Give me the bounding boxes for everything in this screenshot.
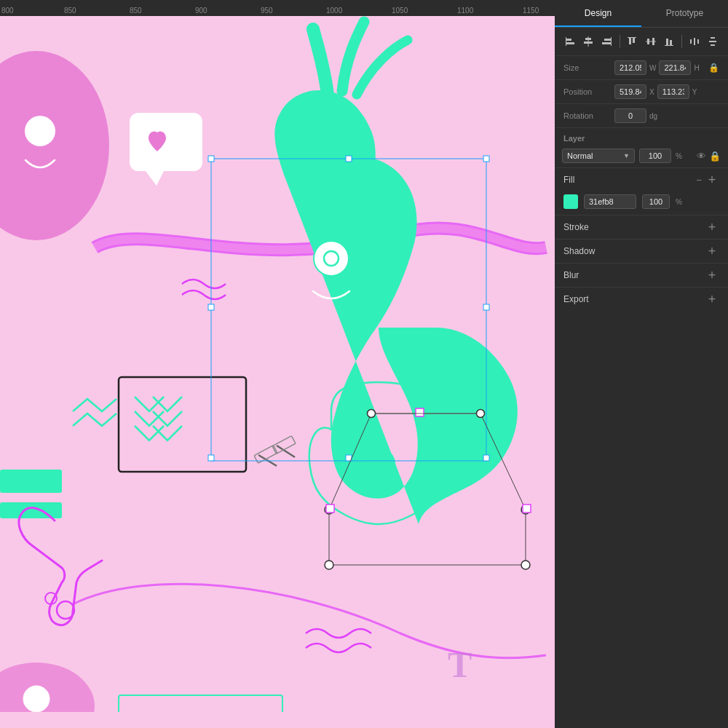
fill-row: % [563, 194, 719, 209]
align-divider [620, 35, 620, 48]
svg-rect-62 [666, 39, 668, 45]
shadow-add-button[interactable]: + [705, 244, 719, 258]
x-label: X [649, 88, 654, 96]
blur-section-header: Blur + [555, 263, 728, 287]
svg-point-0 [0, 51, 109, 240]
svg-rect-70 [711, 44, 715, 46]
ruler-tick: 850 [64, 7, 76, 15]
ruler-tick: 1050 [392, 7, 408, 15]
opacity-input[interactable] [639, 149, 671, 163]
ruler-tick: 1000 [326, 7, 342, 15]
fill-add-button[interactable]: + [705, 173, 719, 187]
svg-rect-48 [566, 42, 574, 44]
align-bottom-button[interactable] [661, 33, 677, 50]
align-divider-2 [681, 35, 682, 48]
tab-prototype[interactable]: Prototype [641, 0, 728, 27]
blur-label: Blur [563, 270, 705, 280]
svg-rect-47 [566, 39, 571, 41]
svg-point-13 [57, 601, 74, 619]
rotation-input-group: dg [614, 108, 719, 123]
align-center-v-button[interactable] [643, 33, 659, 50]
ruler-tick: 950 [261, 7, 273, 15]
blend-mode-select[interactable]: Normal ▼ [562, 149, 635, 163]
svg-rect-18 [119, 695, 282, 712]
y-input[interactable] [657, 84, 689, 99]
ruler-tick: 1100 [457, 7, 473, 15]
shadow-section-header: Shadow + [555, 239, 728, 263]
align-row [555, 28, 728, 56]
svg-rect-29 [483, 304, 489, 310]
svg-line-8 [277, 446, 295, 457]
lock-icon[interactable]: 🔒 [708, 63, 719, 73]
distribute-h-button[interactable] [687, 33, 703, 50]
svg-rect-55 [611, 37, 612, 46]
svg-marker-3 [146, 171, 164, 186]
svg-rect-68 [711, 37, 715, 39]
ruler-tick: 1150 [523, 7, 539, 15]
svg-rect-66 [694, 38, 695, 45]
svg-rect-63 [670, 40, 672, 45]
align-left-button[interactable] [562, 33, 578, 50]
rotation-input[interactable] [614, 108, 646, 123]
svg-point-1 [25, 116, 55, 146]
svg-rect-6 [119, 377, 246, 472]
stroke-add-button[interactable]: + [705, 220, 719, 234]
shadow-label: Shadow [563, 246, 705, 256]
fill-section: % [555, 191, 728, 215]
illustration-svg: T [0, 0, 555, 712]
svg-rect-64 [665, 45, 673, 46]
svg-point-46 [477, 410, 485, 418]
opacity-unit: % [676, 152, 682, 160]
height-input[interactable] [659, 60, 691, 75]
svg-rect-49 [566, 37, 566, 46]
ruler-tick: 900 [195, 7, 207, 15]
width-input[interactable] [614, 60, 646, 75]
align-right-button[interactable] [599, 33, 615, 50]
svg-rect-53 [604, 39, 611, 41]
rotation-label: Rotation [563, 111, 610, 120]
svg-rect-2 [130, 113, 202, 171]
align-center-h-button[interactable] [581, 33, 597, 50]
lock-layer-icon[interactable]: 🔒 [709, 151, 721, 162]
svg-rect-23 [483, 156, 489, 162]
svg-point-20 [23, 686, 50, 712]
tab-design[interactable]: Design [555, 0, 641, 27]
blur-add-button[interactable]: + [705, 268, 719, 282]
svg-rect-54 [602, 42, 611, 44]
svg-rect-56 [629, 38, 631, 44]
position-input-group: X Y [614, 84, 719, 99]
layer-icons: 👁 🔒 [697, 151, 721, 162]
svg-point-4 [314, 241, 349, 276]
svg-point-37 [325, 561, 333, 569]
export-add-button[interactable]: + [705, 292, 719, 306]
fill-opacity-input[interactable] [642, 194, 670, 209]
svg-rect-26 [346, 156, 352, 162]
rotation-unit: dg [649, 112, 657, 120]
x-input[interactable] [614, 84, 646, 99]
blend-mode-arrow: ▼ [623, 152, 630, 159]
height-label: H [694, 64, 699, 72]
svg-rect-41 [326, 505, 334, 513]
distribute-v-button[interactable] [705, 33, 721, 50]
fill-minus-icon[interactable]: − [696, 175, 702, 186]
right-panel: Design Prototype Size [555, 0, 728, 728]
visibility-icon[interactable]: 👁 [697, 151, 706, 162]
canvas-area[interactable]: 800 850 850 900 950 1000 1050 1100 1150 [0, 0, 555, 728]
svg-rect-11 [0, 470, 62, 493]
svg-rect-57 [633, 38, 635, 43]
export-label: Export [563, 294, 705, 304]
svg-rect-25 [483, 455, 489, 461]
ruler-tick: 850 [130, 7, 142, 15]
y-label: Y [692, 88, 697, 96]
rotation-row: Rotation dg [555, 104, 728, 128]
fill-section-header: Fill − + [555, 167, 728, 191]
stroke-label: Stroke [563, 222, 705, 232]
svg-rect-65 [690, 39, 692, 44]
ruler: 800 850 850 900 950 1000 1050 1100 1150 [0, 0, 555, 16]
width-label: W [649, 64, 656, 72]
align-top-button[interactable] [624, 33, 640, 50]
fill-hex-input[interactable] [584, 194, 636, 209]
fill-color-swatch[interactable] [563, 194, 578, 209]
position-row: Position X Y [555, 80, 728, 104]
size-label: Size [563, 63, 610, 72]
